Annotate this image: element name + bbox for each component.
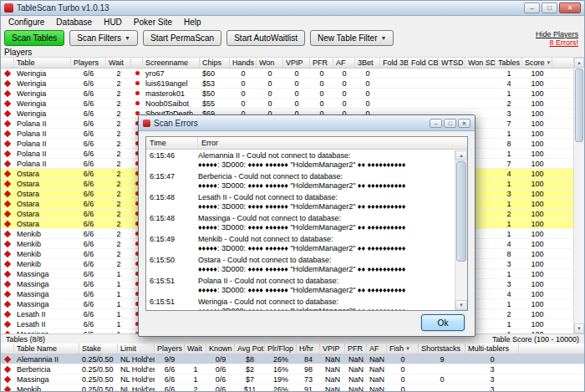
ok-button[interactable]: Ok: [421, 314, 465, 331]
error-entry[interactable]: 6:15:49Menkib - Could not connect to dat…: [146, 233, 467, 254]
scroll-down-icon[interactable]: ▼: [455, 300, 467, 310]
column-header-chips[interactable]: Chips: [200, 58, 230, 68]
column-header-af[interactable]: AF: [333, 58, 355, 68]
column-header-score[interactable]: Score▼: [522, 58, 552, 68]
error-entry[interactable]: 6:15:48Lesath II - Could not connect to …: [146, 191, 467, 212]
new-table-filter-dropdown[interactable]: New Table Filter▼: [310, 30, 394, 46]
table-row[interactable]: Alemannia II0.25/0.50NL Hold'em9/90/9$82…: [1, 354, 584, 364]
cell: 6/6: [71, 209, 106, 218]
cell: [439, 89, 465, 98]
minimize-button[interactable]: –: [524, 3, 540, 13]
error-entry[interactable]: 6:15:50Ostara - Could not connect to dat…: [146, 254, 467, 275]
column-header-avg-pot[interactable]: Avg Pot: [235, 344, 265, 354]
column-header-screenname[interactable]: Screenname: [143, 58, 200, 68]
menu-item-poker-site[interactable]: Poker Site: [128, 17, 178, 28]
player-row[interactable]: Weringia6/62Noob0Saibot$550000002100: [1, 99, 584, 109]
column-header-shortstacks[interactable]: Shortstacks: [419, 344, 465, 354]
scrollbar-track[interactable]: [455, 160, 467, 300]
dialog-minimize-button[interactable]: –: [430, 119, 442, 128]
column-header-players[interactable]: Players: [155, 344, 185, 354]
column-header-table[interactable]: Table: [14, 58, 71, 68]
column-header-fold-3b[interactable]: Fold 3B: [380, 58, 409, 68]
column-header-known[interactable]: Known: [206, 344, 235, 354]
cell: 2: [106, 109, 131, 118]
scroll-up-icon[interactable]: ▲: [574, 58, 584, 68]
close-button[interactable]: ✕: [559, 3, 581, 13]
errors-link[interactable]: 8 Errors!: [549, 38, 578, 47]
error-entry[interactable]: 6:15:51Polana II - Could not connect to …: [146, 275, 467, 296]
menu-item-database[interactable]: Database: [50, 17, 98, 28]
menu-item-configure[interactable]: Configure: [3, 17, 50, 28]
column-header-fish[interactable]: Fish▼: [387, 344, 419, 354]
cell: $50: [200, 89, 230, 98]
cell: 2: [106, 159, 131, 168]
table-row[interactable]: Menkib0.25/0.50NL Hold'em6/620/6$1126%91…: [1, 384, 584, 392]
titlebar[interactable]: TableScan Turbo v1.0.13 – □ ✕: [1, 1, 584, 16]
column-header-error[interactable]: Error: [198, 137, 467, 149]
column-header-fold-cb[interactable]: Fold CB: [409, 58, 439, 68]
cell: 6/6: [71, 109, 106, 118]
scrollbar-thumb[interactable]: [575, 69, 583, 142]
cell: 100: [522, 279, 552, 288]
menu-item-help[interactable]: Help: [178, 17, 207, 28]
cell: 1: [106, 319, 131, 328]
cell: 1: [106, 309, 131, 318]
scrollbar-track[interactable]: [574, 68, 584, 323]
player-row[interactable]: Weringia6/62luis619angel$530000004100: [1, 79, 584, 89]
error-entry[interactable]: 6:15:46Alemannia II - Could not connect …: [146, 150, 467, 171]
cell: 0: [465, 354, 519, 364]
column-header-af[interactable]: AF: [367, 344, 387, 354]
column-header-h-hr[interactable]: H/hr: [297, 344, 320, 354]
column-header-tables[interactable]: Tables: [496, 58, 522, 68]
column-header-vpip[interactable]: VPIP: [320, 344, 345, 354]
error-list-scrollbar[interactable]: ▲ ▼: [455, 150, 467, 310]
error-entry[interactable]: 6:15:47Berbericia - Could not connect to…: [146, 171, 467, 191]
column-header-pfr[interactable]: PFR: [310, 58, 333, 68]
column-header-3bet[interactable]: 3Bet: [355, 58, 380, 68]
table-row[interactable]: Berbericia0.25/0.50NL Hold'em6/610/6$216…: [1, 364, 584, 374]
player-row[interactable]: Weringia6/62yro67$600000001100: [1, 69, 584, 79]
player-row[interactable]: Weringia6/62masterok01$500000001100: [1, 89, 584, 99]
dialog-maximize-button[interactable]: □: [444, 119, 456, 128]
scan-tables-button[interactable]: Scan Tables: [4, 30, 64, 46]
players-table-header: TablePlayersWaitScreennameChipsHandsWonV…: [1, 58, 584, 69]
cell: 6/6: [155, 364, 185, 374]
column-header-wait[interactable]: Wait: [185, 344, 206, 354]
column-header-table-name[interactable]: Table Name: [14, 344, 79, 354]
column-header-won-sd[interactable]: Won SD: [465, 58, 496, 68]
column-header-stake[interactable]: Stake: [79, 344, 118, 354]
column-header-plr-flop[interactable]: Plr/Flop: [265, 344, 297, 354]
hide-players-link[interactable]: Hide Players: [536, 30, 578, 38]
column-header-vpip[interactable]: VPIP: [283, 58, 310, 68]
scroll-down-icon[interactable]: ▼: [574, 323, 584, 333]
error-entry[interactable]: 6:15:48Massinga - Could not connect to d…: [146, 212, 467, 233]
column-header-label: AF: [336, 59, 346, 67]
column-header-wait[interactable]: Wait: [106, 58, 131, 68]
table-icon: [1, 374, 14, 384]
cell: 0: [387, 374, 419, 384]
column-header-time[interactable]: Time: [146, 137, 198, 149]
scan-filters-button[interactable]: Scan Filters▼: [69, 30, 138, 46]
dialog-close-button[interactable]: ✕: [458, 119, 471, 128]
cell: 2: [106, 139, 131, 148]
column-header-label: Avg Pot: [237, 344, 263, 353]
scrollbar-thumb[interactable]: [456, 161, 466, 262]
start-autowaitlist-button[interactable]: Start AutoWaitlist: [226, 30, 305, 46]
column-header-players[interactable]: Players: [71, 58, 106, 68]
players-scrollbar[interactable]: ▲ ▼: [573, 58, 584, 333]
column-header-won[interactable]: Won: [257, 58, 283, 68]
scroll-up-icon[interactable]: ▲: [455, 150, 467, 160]
start-permascan-button[interactable]: Start PermaScan: [143, 30, 221, 46]
cell: 0: [257, 69, 283, 78]
column-header-multi-tablers[interactable]: Multi-tablers: [465, 344, 519, 354]
menu-item-hud[interactable]: HUD: [98, 17, 128, 28]
column-header-hands[interactable]: Hands: [230, 58, 257, 68]
maximize-button[interactable]: □: [542, 3, 557, 13]
column-header-limit[interactable]: Limit: [118, 344, 155, 354]
column-header-wtsd[interactable]: WTSD: [439, 58, 465, 68]
table-row[interactable]: Massinga0.25/0.50NL Hold'em6/610/6$719%7…: [1, 374, 584, 384]
column-header-pfr[interactable]: PFR: [345, 344, 367, 354]
error-entry[interactable]: 6:15:51Weringia - Could not connect to d…: [146, 296, 467, 311]
column-header-label: Fold CB: [411, 59, 439, 67]
dialog-titlebar[interactable]: Scan Errors – □ ✕: [139, 115, 475, 131]
